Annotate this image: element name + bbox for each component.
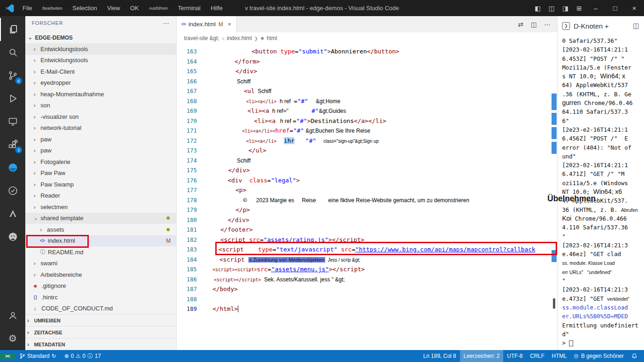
tree-item-gitignore[interactable]: ◆.gitignore [25, 280, 176, 292]
tree-item-heap-momentaufnahme[interactable]: ›heap-Momentaufnahme [25, 88, 176, 100]
code-line-167[interactable]: 167<ul Schiff [177, 86, 557, 96]
status-b-gegen-sch-ner[interactable]: B gegen Schöner [570, 350, 627, 362]
tree-item-paw[interactable]: ›paw [25, 145, 176, 157]
code-line-182[interactable]: 182<script src="assets/rating.js"></scri… [177, 235, 557, 245]
tree-item-assets[interactable]: ›assets [25, 224, 176, 235]
breadcrumb-item-travel-site-gt[interactable]: travel-site &gt; [184, 35, 219, 41]
code-line-180[interactable]: 180</div> [177, 215, 557, 225]
tree-item-code-of-conduct-md[interactable]: ↓CODE_OF_CONDUCT.md [25, 303, 176, 315]
status-utf-8[interactable]: UTF-8 [503, 350, 526, 362]
tree-item-reader[interactable]: ›Reader [25, 190, 176, 202]
status-crlf[interactable]: CRLF [526, 350, 548, 362]
code-line-174[interactable]: 174Schiff [177, 156, 557, 166]
code-line-184[interactable]: 184<script s Zuordnung von Medienobjekte… [177, 255, 557, 265]
remote-explorer-icon[interactable] [0, 110, 25, 133]
tree-item-entwicklungstools[interactable]: ›Entwicklungstools [25, 55, 176, 66]
split-editor-icon[interactable]: ◫ [531, 21, 537, 28]
breadcrumb-item-html[interactable]: html [267, 35, 277, 41]
remote-indicator[interactable]: >< [0, 354, 15, 359]
search-icon[interactable] [0, 41, 25, 64]
menu-terminal[interactable]: Terminal [174, 3, 205, 13]
minimize-button[interactable]: – [586, 0, 605, 16]
edge-tools-icon[interactable] [0, 156, 25, 179]
views-more-actions-icon[interactable]: ⋯ [163, 19, 170, 27]
tree-root-edge-demos[interactable]: ⌄ EDGE-DEMOS [25, 32, 176, 44]
tab-close-icon[interactable]: × [228, 21, 231, 28]
problems-status[interactable]: ⊗ 0 ⚠ 0 ⓘ 17 [61, 350, 105, 362]
code-line-188[interactable]: 188 [177, 294, 557, 304]
code-line-163[interactable]: 163<button type="submit">Abonnieren</but… [177, 47, 557, 57]
menu-file[interactable]: File [18, 3, 36, 13]
tree-item-paw-swamp[interactable]: ›Paw Swamp [25, 179, 176, 190]
tree-item-selectmen[interactable]: ›selectmen [25, 201, 176, 213]
tree-item-entwicklungstools[interactable]: ›Entwicklungstools [25, 43, 176, 55]
code-line-172[interactable]: 172<li><a</li> ihr "#" class="sign-up"&g… [177, 136, 557, 146]
toggle-sidebar-icon[interactable]: ◧ [531, 5, 545, 12]
status-ln-189-col-8[interactable]: Ln 189, Col 8 [420, 350, 460, 362]
customize-layout-icon[interactable]: ⊞ [572, 5, 586, 12]
toggle-panel-icon[interactable]: ◫ [545, 5, 558, 12]
maximize-button[interactable]: □ [605, 0, 625, 16]
tree-item-readme-md[interactable]: ⓘREADME.md [25, 246, 176, 258]
tree-item-index-html[interactable]: <>index.htmlM [25, 235, 176, 247]
section-zeitachse[interactable]: ›ZEITACHSE [25, 326, 176, 338]
tree-item-hintrc[interactable]: {}.hintrc [25, 292, 176, 303]
code-line-177[interactable]: 177<p> [177, 185, 557, 195]
tree-item-swami[interactable]: ›swami [25, 258, 176, 269]
code-line-181[interactable]: 181</footer> [177, 225, 557, 235]
menu-ausf-hren[interactable]: Ausführen [145, 4, 172, 12]
code-editor[interactable]: 163<button type="submit">Abonnieren</but… [177, 44, 557, 350]
code-line-176[interactable]: 176<div class="legal"> [177, 175, 557, 186]
notifications-bell-icon[interactable] [627, 353, 641, 359]
code-line-171[interactable]: 171<li><a</li><href="#" &gt;Buchen Sie I… [177, 126, 557, 136]
tree-item-network-tutorial[interactable]: ›network-tutorial [25, 123, 176, 134]
code-line-185[interactable]: 185<script><script>src="assets/menu.js">… [177, 264, 557, 274]
tree-item-son[interactable]: ›son [25, 100, 176, 111]
section-metadaten[interactable]: ›METADATEN [25, 338, 176, 350]
code-line-175[interactable]: 175</div> [177, 165, 557, 175]
code-line-168[interactable]: 168<li><a</li> h ref ="#" &gt;Home [177, 96, 557, 106]
code-line-169[interactable]: 169<li><a h ref=" #"&gt;Guides [177, 106, 557, 116]
close-button[interactable]: × [625, 0, 644, 16]
azure-icon[interactable] [0, 202, 25, 225]
compare-changes-icon[interactable]: ⇄ [518, 21, 523, 28]
settings-gear-icon[interactable]: ⚙ [0, 327, 25, 350]
code-line-164[interactable]: 164</form> [177, 57, 557, 67]
editor-more-actions-icon[interactable]: ⋯ [544, 21, 551, 28]
menu-selection[interactable]: Selection [69, 3, 101, 13]
code-line-183[interactable]: 183<script type="text/javascript" src="h… [177, 245, 557, 255]
code-line-178[interactable]: 178© 2023 Margie es Reise eine fiktive R… [177, 195, 557, 205]
code-line-173[interactable]: 173</ul> [177, 146, 557, 156]
tab-index-html[interactable]: <> index.html M × [177, 16, 236, 32]
tree-item-paw-paw[interactable]: ›Paw Paw [25, 168, 176, 179]
code-line-170[interactable]: 170<li><a h ref ="#">Destinations</a></l… [177, 116, 557, 126]
code-line-189[interactable]: 189</html> [177, 304, 557, 314]
status-html[interactable]: HTML [548, 350, 571, 362]
code-line-166[interactable]: 166Schiff [177, 76, 557, 87]
code-line-179[interactable]: 179</p> [177, 205, 557, 215]
account-icon[interactable] [0, 304, 25, 327]
extensions-icon[interactable]: 3 [0, 133, 25, 156]
source-control-icon[interactable]: 6 [0, 64, 25, 87]
tree-item-eyedropper[interactable]: ›eyedropper [25, 77, 176, 89]
menu-ok[interactable]: OK [126, 3, 143, 13]
status-leerzeichen-2[interactable]: Leerzeichen: 2 [460, 350, 504, 362]
tree-item-shared-template[interactable]: ⌄shared template [25, 213, 176, 224]
section-umrei-en[interactable]: ›UMREIßEN [25, 314, 176, 326]
menu-hilfe[interactable]: Hilfe [207, 3, 227, 13]
branch-status[interactable]: Standard ↻ [16, 350, 60, 362]
menu-bearbeiten[interactable]: Bearbeiten [38, 4, 67, 12]
testing-icon[interactable] [0, 179, 25, 202]
tree-item-e-mail-client[interactable]: ›E-Mail-Client [25, 66, 176, 77]
tree-item-arbeitsbereiche[interactable]: ›Arbeitsbereiche [25, 269, 176, 280]
tree-item-fotogalerie[interactable]: ›Fotogalerie [25, 156, 176, 168]
explorer-icon[interactable] [0, 18, 25, 41]
code-line-187[interactable]: 187</body> [177, 284, 557, 294]
split-panel-icon[interactable]: ◫ [633, 22, 639, 30]
tree-item-paw[interactable]: ›paw [25, 134, 176, 145]
run-debug-icon[interactable] [0, 87, 25, 110]
tree-item-visualizer-son[interactable]: ›-visualizer son [25, 111, 176, 123]
breadcrumb-item-index-html[interactable]: index.html [227, 35, 252, 41]
menu-view[interactable]: View [103, 3, 124, 13]
toggle-secondary-sidebar-icon[interactable]: ◨ [558, 5, 572, 12]
